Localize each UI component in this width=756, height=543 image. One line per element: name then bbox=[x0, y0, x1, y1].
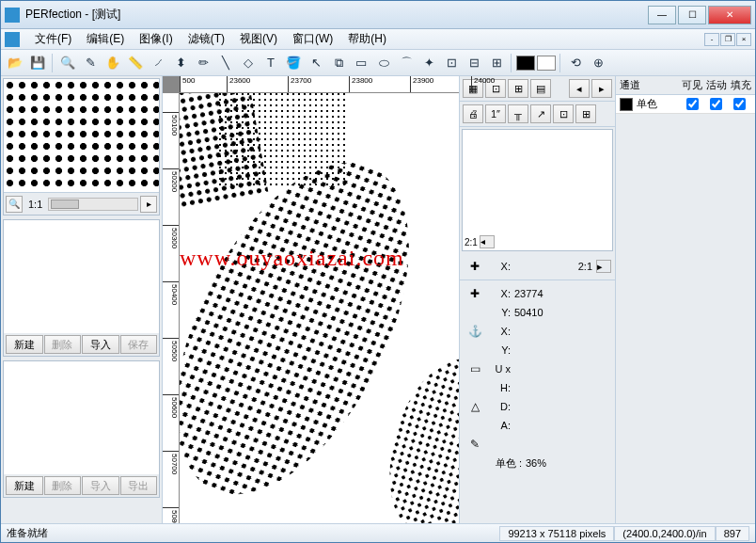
channel-name: 单色 bbox=[637, 97, 681, 111]
tool-zoom[interactable]: 🔍 bbox=[57, 53, 78, 73]
tool-wand[interactable]: ✦ bbox=[418, 53, 439, 73]
channel-row[interactable]: 单色 bbox=[616, 95, 755, 114]
cursor-x: 23774 bbox=[514, 288, 561, 299]
menu-view[interactable]: 视图(V) bbox=[232, 29, 285, 49]
minimize-button[interactable]: — bbox=[648, 6, 676, 24]
channels-header: 通道 bbox=[620, 78, 682, 92]
right-sidebar: ▦ ⊡ ⊞ ▤ ◂ ▸ 🖨 1″ ╥ ↗ ⊡ ⊞ 2:1 ◂ bbox=[459, 76, 755, 523]
p2-import-button[interactable]: 导入 bbox=[82, 476, 119, 495]
rect-icon: ▭ bbox=[464, 362, 486, 375]
menu-edit[interactable]: 编辑(E) bbox=[79, 29, 132, 49]
channel-visible-check[interactable] bbox=[686, 98, 699, 110]
info-panel: ✚ X: 23774 Y: 50410 ⚓ X: Y: bbox=[460, 280, 615, 476]
p2-new-button[interactable]: 新建 bbox=[6, 476, 43, 495]
p1-import-button[interactable]: 导入 bbox=[82, 335, 119, 354]
ruler-horizontal[interactable]: 500 23600 23700 23800 23900 24000 bbox=[180, 76, 459, 93]
menu-filter[interactable]: 滤镜(T) bbox=[181, 29, 232, 49]
rtool-3[interactable]: ⊞ bbox=[508, 79, 528, 98]
status-ready: 准备就绪 bbox=[7, 526, 499, 540]
window-title: PERfection - [测试] bbox=[25, 7, 648, 23]
toolbar: 📂 💾 🔍 ✎ ✋ 📏 ⟋ ⬍ ✏ ╲ ◇ T 🪣 ↖ ⧉ ▭ ⬭ ⌒ ✦ ⊡ … bbox=[1, 50, 755, 76]
tool-measure[interactable]: 📏 bbox=[125, 53, 146, 73]
tool-text[interactable]: T bbox=[260, 53, 281, 73]
preview-scroll-r[interactable]: ▸ bbox=[596, 260, 611, 273]
picker-icon: ✎ bbox=[464, 438, 486, 451]
rtool-8[interactable]: ↗ bbox=[530, 104, 551, 123]
status-value: 897 bbox=[716, 526, 749, 541]
rtool-6[interactable]: 1″ bbox=[485, 104, 506, 123]
preview-panel[interactable]: 2:1 ◂ bbox=[462, 129, 613, 251]
tool-eyedropper[interactable]: ✎ bbox=[80, 53, 101, 73]
tool-save[interactable]: 💾 bbox=[27, 53, 48, 73]
tool-open[interactable]: 📂 bbox=[5, 53, 25, 73]
rtool-7[interactable]: ╥ bbox=[508, 104, 528, 123]
rtool-4[interactable]: ▤ bbox=[530, 79, 551, 98]
tool-line[interactable]: ╲ bbox=[215, 53, 236, 73]
fg-color[interactable] bbox=[516, 56, 535, 71]
tool-fill[interactable]: 🪣 bbox=[283, 53, 304, 73]
preview-zoom2: 2:1 bbox=[578, 261, 592, 272]
rtool-next[interactable]: ▸ bbox=[591, 79, 612, 98]
menu-help[interactable]: 帮助(H) bbox=[340, 29, 394, 49]
p1-delete-button[interactable]: 删除 bbox=[44, 335, 82, 354]
navigator-panel: 🔍 1:1 ▸ bbox=[3, 78, 160, 216]
p2-delete-button[interactable]: 删除 bbox=[44, 476, 82, 495]
bg-color[interactable] bbox=[537, 56, 556, 71]
mdi-restore[interactable]: ❐ bbox=[720, 33, 735, 46]
p2-export-button[interactable]: 导出 bbox=[120, 476, 158, 495]
nav-scroll[interactable] bbox=[48, 198, 138, 211]
canvas[interactable] bbox=[180, 93, 459, 523]
tool-sel3[interactable]: ⊞ bbox=[486, 53, 507, 73]
nav-zoom-out[interactable]: 🔍 bbox=[6, 196, 23, 213]
tool-ellipse-select[interactable]: ⬭ bbox=[373, 53, 394, 73]
layers-panel-1: 新建 删除 导入 保存 bbox=[3, 219, 160, 357]
app-icon bbox=[5, 8, 20, 23]
nav-zoom-label: 1:1 bbox=[24, 199, 46, 210]
tool-crop[interactable]: ⧉ bbox=[328, 53, 349, 73]
tool-ruler[interactable]: ⟋ bbox=[148, 53, 168, 73]
p1-new-button[interactable]: 新建 bbox=[6, 335, 43, 354]
channel-swatch bbox=[620, 98, 633, 111]
channels-panel: 通道 可见 活动 填充 单色 bbox=[616, 76, 755, 523]
tool-hand[interactable]: ✋ bbox=[102, 53, 123, 73]
menubar: 文件(F) 编辑(E) 图像(I) 滤镜(T) 视图(V) 窗口(W) 帮助(H… bbox=[1, 29, 755, 50]
tool-misc1[interactable]: ⟲ bbox=[565, 53, 586, 73]
p1-save-button[interactable]: 保存 bbox=[120, 335, 158, 354]
tool-rect-select[interactable]: ▭ bbox=[351, 53, 371, 73]
titlebar: PERfection - [测试] — ☐ ✕ bbox=[1, 1, 755, 29]
tool-misc2[interactable]: ⊕ bbox=[588, 53, 608, 73]
mono-value: 36% bbox=[526, 457, 573, 469]
nav-scroll-right[interactable]: ▸ bbox=[140, 196, 157, 213]
maximize-button[interactable]: ☐ bbox=[678, 6, 706, 24]
preview-zoom: 2:1 bbox=[465, 237, 478, 248]
angle-icon: △ bbox=[464, 400, 486, 413]
menu-image[interactable]: 图像(I) bbox=[132, 29, 180, 49]
mdi-minimize[interactable]: - bbox=[704, 33, 719, 46]
ruler-vertical[interactable]: 50100 50200 50300 50400 50500 50600 5070… bbox=[163, 93, 180, 523]
cursor-y: 50410 bbox=[514, 307, 561, 318]
left-sidebar: 🔍 1:1 ▸ 新建 删除 导入 保存 新建 删除 导入 导出 bbox=[1, 76, 163, 523]
tool-eraser[interactable]: ◇ bbox=[238, 53, 259, 73]
tool-stamp[interactable]: ⬍ bbox=[170, 53, 191, 73]
canvas-area: 500 23600 23700 23800 23900 24000 50100 … bbox=[163, 76, 459, 523]
mdi-close[interactable]: × bbox=[736, 33, 751, 46]
tool-sel1[interactable]: ⊡ bbox=[441, 53, 462, 73]
cursor-icon: ✚ bbox=[464, 287, 486, 300]
navigator-thumb[interactable] bbox=[4, 79, 159, 192]
tool-move[interactable]: ↖ bbox=[306, 53, 326, 73]
preview-prev[interactable]: ◂ bbox=[480, 235, 495, 248]
channel-active-check[interactable] bbox=[710, 98, 722, 110]
anchor-icon: ⚓ bbox=[464, 325, 486, 338]
channel-fill-check[interactable] bbox=[733, 98, 746, 110]
rtool-prev[interactable]: ◂ bbox=[569, 79, 590, 98]
rtool-5[interactable]: 🖨 bbox=[463, 104, 483, 123]
tool-pencil[interactable]: ✏ bbox=[193, 53, 213, 73]
menu-file[interactable]: 文件(F) bbox=[27, 29, 79, 49]
rtool-9[interactable]: ⊡ bbox=[553, 104, 574, 123]
tool-lasso[interactable]: ⌒ bbox=[396, 53, 417, 73]
rtool-10[interactable]: ⊞ bbox=[575, 104, 596, 123]
tool-sel2[interactable]: ⊟ bbox=[464, 53, 484, 73]
close-button[interactable]: ✕ bbox=[708, 6, 751, 24]
menu-window[interactable]: 窗口(W) bbox=[285, 29, 340, 49]
doc-icon bbox=[5, 32, 20, 47]
